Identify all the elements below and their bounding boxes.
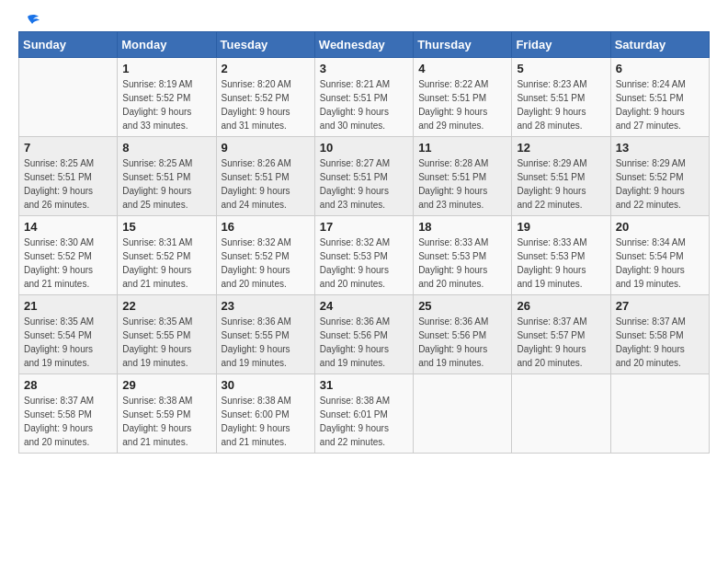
- calendar-cell: 3Sunrise: 8:21 AM Sunset: 5:51 PM Daylig…: [314, 58, 413, 137]
- calendar-cell: 23Sunrise: 8:36 AM Sunset: 5:55 PM Dayli…: [216, 295, 314, 374]
- day-number: 20: [616, 220, 704, 234]
- day-number: 3: [320, 62, 408, 75]
- day-info: Sunrise: 8:33 AM Sunset: 5:53 PM Dayligh…: [418, 236, 506, 291]
- calendar-cell: 18Sunrise: 8:33 AM Sunset: 5:53 PM Dayli…: [414, 216, 512, 295]
- weekday-header-friday: Friday: [512, 32, 610, 58]
- weekday-header-tuesday: Tuesday: [216, 32, 314, 58]
- day-number: 17: [320, 220, 408, 234]
- calendar-cell: 6Sunrise: 8:24 AM Sunset: 5:51 PM Daylig…: [610, 58, 709, 137]
- day-info: Sunrise: 8:32 AM Sunset: 5:52 PM Dayligh…: [222, 236, 310, 291]
- day-number: 28: [24, 378, 112, 392]
- day-number: 12: [517, 141, 605, 155]
- calendar-cell: 14Sunrise: 8:30 AM Sunset: 5:52 PM Dayli…: [19, 216, 118, 295]
- day-info: Sunrise: 8:38 AM Sunset: 6:01 PM Dayligh…: [320, 394, 408, 449]
- day-number: 27: [616, 299, 704, 313]
- day-info: Sunrise: 8:33 AM Sunset: 5:53 PM Dayligh…: [517, 236, 605, 291]
- day-info: Sunrise: 8:30 AM Sunset: 5:52 PM Dayligh…: [24, 236, 112, 291]
- day-info: Sunrise: 8:35 AM Sunset: 5:55 PM Dayligh…: [122, 315, 210, 370]
- day-number: 9: [222, 141, 310, 155]
- calendar-cell: 9Sunrise: 8:26 AM Sunset: 5:51 PM Daylig…: [216, 137, 314, 216]
- day-number: 31: [320, 378, 408, 392]
- day-info: Sunrise: 8:29 AM Sunset: 5:52 PM Dayligh…: [616, 156, 704, 212]
- day-number: 6: [616, 62, 704, 75]
- day-info: Sunrise: 8:24 AM Sunset: 5:51 PM Dayligh…: [616, 77, 704, 132]
- calendar-cell: 31Sunrise: 8:38 AM Sunset: 6:01 PM Dayli…: [314, 374, 413, 454]
- calendar-cell: [19, 58, 118, 137]
- day-info: Sunrise: 8:36 AM Sunset: 5:56 PM Dayligh…: [320, 315, 408, 370]
- day-info: Sunrise: 8:31 AM Sunset: 5:52 PM Dayligh…: [122, 236, 210, 291]
- day-number: 14: [24, 220, 112, 234]
- calendar-cell: 27Sunrise: 8:37 AM Sunset: 5:58 PM Dayli…: [610, 295, 709, 374]
- calendar-cell: 25Sunrise: 8:36 AM Sunset: 5:56 PM Dayli…: [414, 295, 512, 374]
- weekday-header-sunday: Sunday: [19, 32, 118, 58]
- day-number: 11: [418, 141, 506, 155]
- calendar-cell: 20Sunrise: 8:34 AM Sunset: 5:54 PM Dayli…: [610, 216, 709, 295]
- calendar-cell: [512, 374, 610, 454]
- calendar-cell: 15Sunrise: 8:31 AM Sunset: 5:52 PM Dayli…: [118, 216, 216, 295]
- calendar-cell: 16Sunrise: 8:32 AM Sunset: 5:52 PM Dayli…: [216, 216, 314, 295]
- calendar-cell: [610, 374, 709, 454]
- day-info: Sunrise: 8:35 AM Sunset: 5:54 PM Dayligh…: [24, 315, 112, 370]
- day-number: 10: [320, 141, 408, 155]
- day-info: Sunrise: 8:36 AM Sunset: 5:55 PM Dayligh…: [222, 315, 310, 370]
- day-number: 24: [320, 299, 408, 313]
- weekday-header-monday: Monday: [118, 32, 216, 58]
- day-info: Sunrise: 8:21 AM Sunset: 5:51 PM Dayligh…: [320, 77, 408, 132]
- weekday-header-wednesday: Wednesday: [314, 32, 413, 58]
- day-number: 5: [517, 62, 605, 75]
- day-number: 25: [418, 299, 506, 313]
- calendar-cell: 17Sunrise: 8:32 AM Sunset: 5:53 PM Dayli…: [314, 216, 413, 295]
- calendar-cell: 26Sunrise: 8:37 AM Sunset: 5:57 PM Dayli…: [512, 295, 610, 374]
- logo-bird-icon: [20, 13, 40, 33]
- day-number: 13: [616, 141, 704, 155]
- calendar-cell: 29Sunrise: 8:38 AM Sunset: 5:59 PM Dayli…: [118, 374, 216, 454]
- day-info: Sunrise: 8:37 AM Sunset: 5:58 PM Dayligh…: [616, 315, 704, 370]
- day-number: 18: [418, 220, 506, 234]
- day-info: Sunrise: 8:36 AM Sunset: 5:56 PM Dayligh…: [418, 315, 506, 370]
- calendar-cell: 28Sunrise: 8:37 AM Sunset: 5:58 PM Dayli…: [19, 374, 118, 454]
- calendar-cell: 8Sunrise: 8:25 AM Sunset: 5:51 PM Daylig…: [118, 137, 216, 216]
- day-info: Sunrise: 8:27 AM Sunset: 5:51 PM Dayligh…: [320, 156, 408, 212]
- calendar-cell: 2Sunrise: 8:20 AM Sunset: 5:52 PM Daylig…: [216, 58, 314, 137]
- calendar-cell: 10Sunrise: 8:27 AM Sunset: 5:51 PM Dayli…: [314, 137, 413, 216]
- day-info: Sunrise: 8:22 AM Sunset: 5:51 PM Dayligh…: [418, 77, 506, 132]
- day-number: 2: [222, 62, 310, 75]
- day-info: Sunrise: 8:25 AM Sunset: 5:51 PM Dayligh…: [24, 156, 112, 212]
- day-number: 16: [222, 220, 310, 234]
- day-number: 21: [24, 299, 112, 313]
- day-number: 4: [418, 62, 506, 75]
- page-header: [18, 18, 710, 28]
- day-info: Sunrise: 8:26 AM Sunset: 5:51 PM Dayligh…: [222, 156, 310, 212]
- day-info: Sunrise: 8:25 AM Sunset: 5:51 PM Dayligh…: [122, 156, 210, 212]
- calendar-cell: 11Sunrise: 8:28 AM Sunset: 5:51 PM Dayli…: [414, 137, 512, 216]
- day-info: Sunrise: 8:20 AM Sunset: 5:52 PM Dayligh…: [222, 77, 310, 132]
- calendar-cell: 12Sunrise: 8:29 AM Sunset: 5:51 PM Dayli…: [512, 137, 610, 216]
- calendar-cell: 19Sunrise: 8:33 AM Sunset: 5:53 PM Dayli…: [512, 216, 610, 295]
- calendar-cell: 24Sunrise: 8:36 AM Sunset: 5:56 PM Dayli…: [314, 295, 413, 374]
- day-number: 26: [517, 299, 605, 313]
- day-info: Sunrise: 8:19 AM Sunset: 5:52 PM Dayligh…: [122, 77, 210, 132]
- day-info: Sunrise: 8:29 AM Sunset: 5:51 PM Dayligh…: [517, 156, 605, 212]
- calendar-table: SundayMondayTuesdayWednesdayThursdayFrid…: [18, 31, 710, 454]
- calendar-cell: 13Sunrise: 8:29 AM Sunset: 5:52 PM Dayli…: [610, 137, 709, 216]
- day-number: 8: [122, 141, 210, 155]
- calendar-cell: 22Sunrise: 8:35 AM Sunset: 5:55 PM Dayli…: [118, 295, 216, 374]
- calendar-cell: 7Sunrise: 8:25 AM Sunset: 5:51 PM Daylig…: [19, 137, 118, 216]
- day-info: Sunrise: 8:37 AM Sunset: 5:58 PM Dayligh…: [24, 394, 112, 449]
- calendar-cell: 5Sunrise: 8:23 AM Sunset: 5:51 PM Daylig…: [512, 58, 610, 137]
- day-number: 15: [122, 220, 210, 234]
- day-number: 1: [122, 62, 210, 75]
- day-number: 30: [222, 378, 310, 392]
- calendar-cell: [414, 374, 512, 454]
- day-number: 7: [24, 141, 112, 155]
- day-info: Sunrise: 8:37 AM Sunset: 5:57 PM Dayligh…: [517, 315, 605, 370]
- logo: [18, 18, 40, 28]
- calendar-cell: 1Sunrise: 8:19 AM Sunset: 5:52 PM Daylig…: [118, 58, 216, 137]
- day-info: Sunrise: 8:32 AM Sunset: 5:53 PM Dayligh…: [320, 236, 408, 291]
- day-number: 22: [122, 299, 210, 313]
- weekday-header-thursday: Thursday: [414, 32, 512, 58]
- day-number: 29: [122, 378, 210, 392]
- day-info: Sunrise: 8:23 AM Sunset: 5:51 PM Dayligh…: [517, 77, 605, 132]
- calendar-cell: 21Sunrise: 8:35 AM Sunset: 5:54 PM Dayli…: [19, 295, 118, 374]
- day-info: Sunrise: 8:28 AM Sunset: 5:51 PM Dayligh…: [418, 156, 506, 212]
